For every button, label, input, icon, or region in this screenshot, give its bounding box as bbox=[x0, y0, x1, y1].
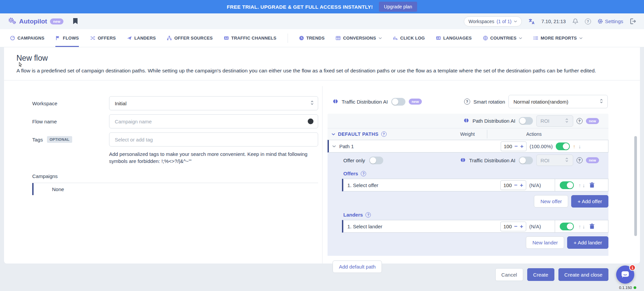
translate-icon[interactable]: A bbox=[528, 18, 535, 24]
inner-traffic-ai-new-badge: new bbox=[586, 157, 599, 163]
shuffle-icon bbox=[90, 36, 95, 41]
brain-ai-icon bbox=[333, 99, 338, 105]
default-paths-toggle[interactable]: DEFAULT PATHS ? bbox=[332, 131, 387, 137]
logout-icon[interactable] bbox=[630, 18, 636, 24]
create-button[interactable]: Create bbox=[527, 268, 554, 281]
help-icon[interactable]: ? bbox=[585, 18, 591, 24]
move-up-arrow[interactable]: ↑ bbox=[579, 182, 581, 188]
upgrade-plan-button[interactable]: Upgrade plan bbox=[379, 2, 417, 12]
move-up-arrow[interactable]: ↑ bbox=[573, 143, 576, 149]
chevron-down-icon bbox=[579, 37, 583, 39]
nav-trends[interactable]: TRENDS bbox=[299, 29, 325, 47]
vertical-scrollbar[interactable] bbox=[634, 136, 637, 236]
path-enabled-toggle[interactable] bbox=[556, 142, 570, 150]
path-expanded-section: Offer only Traffic Distribution AI ROI bbox=[328, 153, 608, 256]
offer-weight-value[interactable]: 100 bbox=[503, 182, 512, 188]
smart-rotation-help-icon[interactable]: ? bbox=[464, 99, 470, 105]
chevron-down-icon bbox=[379, 37, 382, 39]
settings-link[interactable]: Settings bbox=[597, 18, 623, 24]
gear-icon bbox=[597, 18, 603, 24]
lander-weight-value[interactable]: 100 bbox=[503, 224, 512, 229]
nav-languages[interactable]: A LANGUAGES bbox=[436, 29, 472, 47]
column-divider bbox=[487, 130, 487, 138]
nav-conversions[interactable]: CONVERSIONS bbox=[336, 29, 382, 47]
inner-roi-select[interactable]: ROI bbox=[536, 155, 573, 166]
trash-icon[interactable] bbox=[590, 224, 594, 229]
notifications-bell-icon[interactable] bbox=[572, 18, 579, 24]
nav-offer-sources[interactable]: OFFER SOURCES bbox=[167, 29, 213, 47]
chat-notification-badge: 1 bbox=[629, 265, 636, 271]
row-divider bbox=[555, 179, 555, 191]
offer-row[interactable]: 1. Select offer 100 − + (N/A) bbox=[342, 179, 608, 191]
new-lander-button[interactable]: New lander bbox=[526, 236, 564, 249]
chat-widget-button[interactable]: 1 bbox=[616, 266, 634, 284]
path-ai-help-icon[interactable]: ? bbox=[577, 118, 583, 124]
nav-more-reports[interactable]: MORE REPORTS bbox=[533, 29, 583, 47]
tags-input[interactable] bbox=[115, 137, 312, 142]
flow-color-dot[interactable] bbox=[308, 119, 313, 124]
workspaces-count: (1 of 1) bbox=[497, 19, 511, 24]
weight-minus-button[interactable]: − bbox=[514, 224, 517, 229]
trash-icon[interactable] bbox=[590, 182, 594, 188]
flow-name-input[interactable] bbox=[115, 119, 312, 124]
cancel-button[interactable]: Cancel bbox=[495, 268, 523, 281]
smart-rotation-select[interactable]: Normal rotation(random) bbox=[508, 95, 608, 108]
move-down-arrow[interactable]: ↓ bbox=[583, 224, 585, 229]
nav-traffic-channels[interactable]: Ad TRAFFIC CHANNELS bbox=[224, 29, 277, 47]
nav-countries[interactable]: COUNTRIES bbox=[483, 29, 522, 47]
traffic-ai-toggle[interactable] bbox=[391, 98, 405, 106]
add-offer-button[interactable]: + Add offer bbox=[571, 195, 608, 208]
add-lander-button[interactable]: + Add lander bbox=[567, 236, 608, 249]
lander-stat: (N/A) bbox=[529, 224, 541, 229]
new-offer-button[interactable]: New offer bbox=[534, 195, 568, 208]
smart-rotation-label: Smart rotation bbox=[474, 99, 505, 105]
nav-click-log[interactable]: CLICK LOG bbox=[393, 29, 425, 47]
weight-minus-button[interactable]: − bbox=[514, 143, 518, 149]
nav-landers[interactable]: LANDERS bbox=[127, 29, 156, 47]
offer-select-label[interactable]: 1. Select offer bbox=[347, 182, 378, 188]
offer-enabled-toggle[interactable] bbox=[560, 181, 574, 189]
paths-table-header: DEFAULT PATHS ? Weight Actions bbox=[328, 128, 608, 140]
nav-offers[interactable]: OFFERS bbox=[90, 29, 116, 47]
path-ai-roi-select[interactable]: ROI bbox=[536, 115, 573, 127]
bookmark-icon[interactable] bbox=[73, 18, 78, 24]
brand[interactable]: Autopilot new bbox=[8, 17, 63, 26]
inner-traffic-ai-toggle[interactable] bbox=[519, 157, 533, 164]
footer: Cancel Create Create and close 1 0.1.150 bbox=[0, 264, 644, 291]
tags-help-text: Add personalized tags to make your searc… bbox=[109, 151, 324, 165]
workspaces-selector[interactable]: Workspaces (1 of 1) bbox=[464, 16, 522, 26]
offer-weight-stepper: 100 − + bbox=[500, 180, 526, 190]
lander-enabled-toggle[interactable] bbox=[560, 223, 574, 230]
table-icon bbox=[336, 36, 341, 41]
campaigns-value: None bbox=[52, 186, 64, 192]
lander-select-label[interactable]: 1. Select lander bbox=[347, 224, 382, 229]
move-down-arrow[interactable]: ↓ bbox=[579, 143, 581, 149]
default-paths-help-icon[interactable]: ? bbox=[381, 131, 387, 137]
gauge-icon bbox=[10, 36, 15, 41]
weight-plus-button[interactable]: + bbox=[520, 182, 523, 188]
globe-icon bbox=[483, 36, 488, 41]
app-root: FREE TRIAL. UPGRADE & GET FULL ACCESS IN… bbox=[0, 0, 644, 291]
lander-weight-stepper: 100 − + bbox=[500, 222, 526, 231]
weight-plus-button[interactable]: + bbox=[520, 224, 523, 229]
chevron-down-icon bbox=[519, 37, 522, 39]
page-description: A flow is a predefined set of campaign d… bbox=[16, 67, 624, 74]
nav-campaigns[interactable]: CAMPAIGNS bbox=[10, 29, 44, 47]
path-row[interactable]: Path 1 100 − + (100.00%) ↑ ↓ bbox=[328, 140, 608, 153]
offers-help-icon[interactable]: ? bbox=[361, 171, 366, 176]
move-down-arrow[interactable]: ↓ bbox=[583, 182, 585, 188]
weight-plus-button[interactable]: + bbox=[520, 143, 524, 149]
inner-traffic-ai-help-icon[interactable]: ? bbox=[577, 157, 583, 163]
lander-row[interactable]: 1. Select lander 100 − + (N/A) bbox=[342, 220, 608, 233]
datetime-label: 7.10, 21:13 bbox=[541, 19, 566, 24]
nav-flows[interactable]: FLOWS bbox=[55, 29, 79, 47]
workspace-select[interactable]: Initial bbox=[109, 96, 318, 110]
path-weight-value[interactable]: 100 bbox=[504, 143, 512, 149]
offer-only-toggle[interactable] bbox=[369, 157, 383, 164]
weight-minus-button[interactable]: − bbox=[514, 182, 517, 188]
path-ai-toggle[interactable] bbox=[519, 117, 533, 125]
landers-help-icon[interactable]: ? bbox=[365, 212, 371, 218]
actions-column-header: Actions bbox=[515, 131, 552, 137]
move-up-arrow[interactable]: ↑ bbox=[579, 224, 581, 229]
create-and-close-button[interactable]: Create and close bbox=[558, 268, 608, 281]
